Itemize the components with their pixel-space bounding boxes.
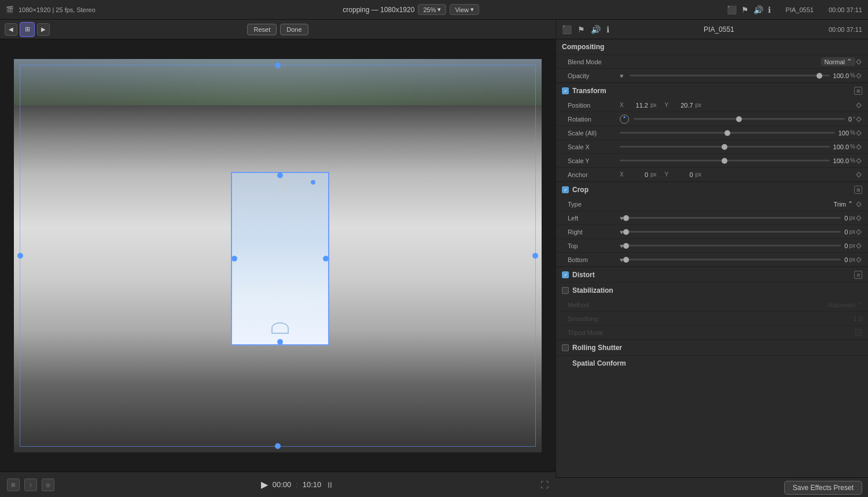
scale-all-keyframe[interactable]: [855, 130, 862, 137]
scale-y-unit: %: [850, 157, 855, 164]
crop-bottom-keyframe[interactable]: [855, 256, 862, 263]
crop-left-row: Left ♥ 0 px: [556, 211, 868, 225]
view-button[interactable]: View ▾: [450, 4, 479, 15]
crop-handle-top[interactable]: [277, 172, 283, 178]
crop-bottom-slider[interactable]: [626, 259, 841, 260]
done-button[interactable]: Done: [280, 24, 308, 35]
crop-toolbar-left: ◀ ⊞ ▶: [5, 22, 50, 37]
transform-section-header[interactable]: Transform ⊞: [556, 83, 868, 98]
position-keyframe[interactable]: [855, 102, 862, 109]
frame-type-button[interactable]: ⊞: [7, 478, 20, 491]
stabilization-section-header[interactable]: Stabilization: [556, 282, 868, 298]
rotation-controls: [620, 115, 845, 124]
stabilization-section-title: Stabilization: [572, 286, 862, 294]
distort-section-header[interactable]: Distort ⊘: [556, 267, 868, 282]
flag2-icon[interactable]: ⚑: [578, 25, 585, 34]
tripod-checkbox[interactable]: [855, 329, 862, 336]
prev-nav-button[interactable]: ◀: [5, 23, 17, 36]
crop-right-slider[interactable]: [626, 231, 841, 233]
crop-top-controls: ♥: [620, 242, 841, 249]
scale-y-keyframe[interactable]: [855, 157, 862, 164]
bottom-center-controls: ▶ 00:00 : 10:10 ⏸: [261, 479, 334, 490]
right-top-icons: ⬛ ⚑ 🔊 ℹ: [562, 25, 609, 34]
crop-options-icon[interactable]: ⊞: [854, 186, 862, 194]
distort-checkbox[interactable]: [562, 271, 569, 278]
video-viewport[interactable]: [0, 39, 556, 472]
stabilization-method-row: Method Automatic ⌃: [556, 298, 868, 312]
crop-bottom-label: Bottom: [568, 256, 620, 263]
transform-checkbox[interactable]: [562, 87, 569, 94]
spatial-conform-section-header[interactable]: Spatial Conform: [556, 355, 868, 371]
pos-y-value[interactable]: 20.7: [673, 102, 693, 109]
right-panel-wrapper: ⬛ ⚑ 🔊 ℹ PIA_0551 00:00 37:11 Compositing…: [556, 20, 868, 497]
info-icon[interactable]: ℹ: [768, 5, 771, 14]
crop-checkbox[interactable]: [562, 186, 569, 193]
save-preset-bar: Save Effects Preset: [556, 477, 868, 497]
compositing-header: Compositing: [556, 39, 868, 55]
anchor-dot[interactable]: [310, 179, 316, 185]
crop-mode-button[interactable]: ⊞: [20, 22, 35, 37]
stabilization-checkbox[interactable]: [562, 287, 569, 294]
zoom-button[interactable]: 25% ▾: [418, 4, 446, 15]
reset-button[interactable]: Reset: [247, 24, 277, 35]
crop-overlay[interactable]: [231, 172, 329, 345]
crop-right-keyframe[interactable]: [855, 229, 862, 235]
svg-marker-8: [856, 202, 861, 207]
stab-method-value: Automatic: [828, 301, 856, 308]
save-effects-preset-button[interactable]: Save Effects Preset: [784, 481, 862, 495]
inspector-icon[interactable]: ⬛: [562, 25, 572, 34]
stabilization-tripod-row: Tripod Mode: [556, 326, 868, 340]
crop-top-slider[interactable]: [626, 245, 841, 246]
title-label: cropping — 1080x1920: [343, 6, 414, 14]
crop-left-slider[interactable]: [626, 217, 841, 219]
crop-section-header[interactable]: Crop ⊞: [556, 182, 868, 197]
transform-options-icon[interactable]: ⊞: [854, 87, 862, 95]
rolling-shutter-section-header[interactable]: Rolling Shutter: [556, 340, 868, 355]
crop-handle-bottom[interactable]: [277, 339, 283, 345]
scale-all-slider[interactable]: [620, 132, 835, 134]
rotation-indicator[interactable]: [620, 115, 629, 124]
rolling-shutter-checkbox[interactable]: [562, 344, 569, 351]
crop-handle-right[interactable]: [323, 256, 329, 262]
fullscreen-button[interactable]: ⛶: [540, 480, 549, 489]
pause-icon[interactable]: ⏸: [326, 480, 334, 489]
play-button[interactable]: ▶: [261, 479, 268, 490]
crop-left-keyframe[interactable]: [855, 215, 862, 222]
crop-type-keyframe[interactable]: [855, 201, 862, 208]
scale-x-slider[interactable]: [620, 146, 830, 148]
blend-mode-dropdown[interactable]: Normal ⌃: [821, 57, 855, 66]
scale-y-slider[interactable]: [620, 160, 830, 161]
clip-name: PIA_0551: [786, 6, 814, 13]
crop-section-title: Crop: [572, 186, 851, 194]
rotation-keyframe[interactable]: [855, 116, 862, 123]
video-panel: ◀ ⊞ ▶ Reset Done: [0, 20, 556, 497]
stab-smoothing-label: Smoothing: [568, 315, 620, 322]
opacity-keyframe[interactable]: [855, 72, 862, 79]
scale-x-keyframe[interactable]: [855, 143, 862, 150]
crop-top-unit: px: [849, 242, 855, 249]
svg-marker-7: [856, 172, 861, 177]
crop-handle-left[interactable]: [231, 256, 237, 262]
flag-icon[interactable]: ⚑: [741, 5, 749, 14]
crop-type-dropdown[interactable]: Trim ⌃: [833, 200, 853, 208]
next-nav-button[interactable]: ▶: [37, 23, 50, 36]
opacity-slider[interactable]: [630, 75, 830, 76]
distort-options-icon[interactable]: ⊘: [854, 271, 862, 279]
crosshair-icon[interactable]: [279, 179, 290, 191]
anchor-y-value[interactable]: 0: [673, 171, 693, 178]
rotation-slider[interactable]: [634, 118, 845, 120]
audio-icon[interactable]: 🔊: [753, 5, 763, 14]
transform-button[interactable]: ↕: [24, 478, 37, 491]
crop-left-label: Left: [568, 215, 620, 222]
info2-icon[interactable]: ℹ: [606, 25, 609, 34]
anchor-x-value[interactable]: 0: [628, 171, 648, 178]
audio2-icon[interactable]: 🔊: [591, 25, 601, 34]
crop-top-keyframe[interactable]: [855, 242, 862, 249]
properties-panel: Compositing Blend Mode Normal ⌃: [556, 39, 868, 497]
crop-button[interactable]: ◎: [42, 478, 54, 491]
pos-x-value[interactable]: 11.2: [628, 102, 648, 109]
blend-mode-keyframe[interactable]: [855, 58, 862, 65]
anchor-keyframe[interactable]: [855, 171, 862, 178]
video-icon[interactable]: ⬛: [727, 5, 737, 14]
distort-section-title: Distort: [572, 271, 851, 279]
